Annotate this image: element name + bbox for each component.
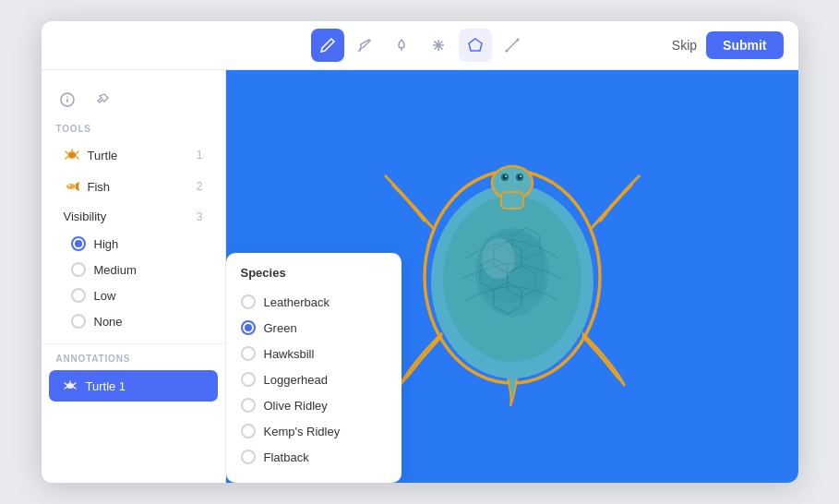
fish-tool-icon [64,178,80,195]
leatherback-option[interactable]: Leatherback [226,289,402,315]
leatherback-label: Leatherback [264,295,330,309]
visibility-low-radio [71,288,86,303]
svg-point-16 [66,383,74,389]
hawksbill-radio [241,346,256,361]
pencil-tool-button[interactable] [311,29,344,62]
visibility-header: Visibility 3 [49,203,218,230]
canvas-area[interactable]: Species Leatherback Green Hawksbill Logg… [226,70,798,483]
kemps-ridley-label: Kemp's Ridley [264,425,341,438]
visibility-low-label: Low [94,289,116,303]
fish-tool-label: Fish [88,180,197,194]
visibility-high-radio [71,236,86,251]
svg-line-6 [507,40,518,51]
visibility-none-item[interactable]: None [49,309,218,333]
annotations-section-label: ANNOTATIONS [42,354,225,369]
hawksbill-label: Hawksbill [264,347,315,361]
green-radio [241,320,256,335]
visibility-none-label: None [94,315,123,329]
app-window: Skip Submit TO [42,21,798,483]
turtle-tool-icon [64,147,80,163]
visibility-medium-label: Medium [94,263,137,277]
kemps-ridley-radio [241,424,256,438]
visibility-medium-radio [71,262,86,277]
line-tool-button[interactable] [496,29,529,62]
green-label: Green [264,321,297,335]
info-button[interactable] [54,87,80,113]
svg-point-15 [68,185,70,186]
asterisk-tool-button[interactable] [422,29,455,62]
toolbar: Skip Submit [42,21,798,70]
visibility-high-label: High [94,237,119,251]
sidebar-divider [42,343,225,344]
svg-point-14 [66,184,76,189]
visibility-low-item[interactable]: Low [49,283,218,307]
turtle-tool-item[interactable]: Turtle 1 [49,140,218,170]
olive-ridley-radio [241,398,256,413]
svg-point-29 [482,238,515,279]
flatback-radio [241,450,256,464]
svg-point-27 [520,175,521,177]
main-content: TOOLS Turtle 1 [42,70,798,483]
turtle1-annotation-icon [62,378,78,394]
species-dropdown: Species Leatherback Green Hawksbill Logg… [226,253,402,483]
loggerhead-label: Loggerhead [264,373,328,387]
flatback-option[interactable]: Flatback [226,444,402,470]
turtle-tool-label: Turtle [88,149,197,162]
olive-ridley-option[interactable]: Olive Ridley [226,392,402,418]
olive-ridley-label: Olive Ridley [264,399,328,413]
tools-section-label: TOOLS [42,124,225,139]
visibility-high-item[interactable]: High [49,232,218,256]
loggerhead-option[interactable]: Loggerhead [226,366,402,392]
fish-tool-num: 2 [197,180,203,193]
svg-rect-28 [501,192,523,209]
visibility-medium-item[interactable]: Medium [49,258,218,282]
leatherback-radio [241,294,256,309]
turtle-illustration [365,129,660,425]
svg-point-13 [68,152,75,158]
sidebar-top-icons [42,83,225,124]
polygon-tool-button[interactable] [459,29,492,62]
turtle-tool-num: 1 [197,149,203,162]
visibility-none-radio [71,314,86,329]
submit-button[interactable]: Submit [706,31,783,59]
green-option[interactable]: Green [226,315,402,341]
kemps-ridley-option[interactable]: Kemp's Ridley [226,418,402,444]
svg-point-8 [516,39,519,42]
fish-tool-item[interactable]: Fish 2 [49,172,218,201]
toolbar-right: Skip Submit [672,31,784,59]
svg-point-11 [66,96,68,98]
dropper-tool-button[interactable] [385,29,418,62]
skip-button[interactable]: Skip [672,38,697,53]
loggerhead-radio [241,372,256,387]
visibility-title: Visibility [64,210,107,223]
dropdown-title: Species [226,266,402,289]
flatback-label: Flatback [264,450,309,464]
svg-point-7 [505,50,508,53]
toolbar-tools [311,29,529,62]
svg-point-26 [505,175,507,177]
svg-marker-5 [469,39,482,51]
turtle1-annotation-label: Turtle 1 [86,379,126,393]
visibility-num: 3 [197,210,203,223]
sidebar: TOOLS Turtle 1 [42,70,226,483]
turtle1-annotation-item[interactable]: Turtle 1 [49,370,218,402]
hawksbill-option[interactable]: Hawksbill [226,341,402,366]
brush-tool-button[interactable] [348,29,381,62]
pin-button[interactable] [90,87,115,113]
